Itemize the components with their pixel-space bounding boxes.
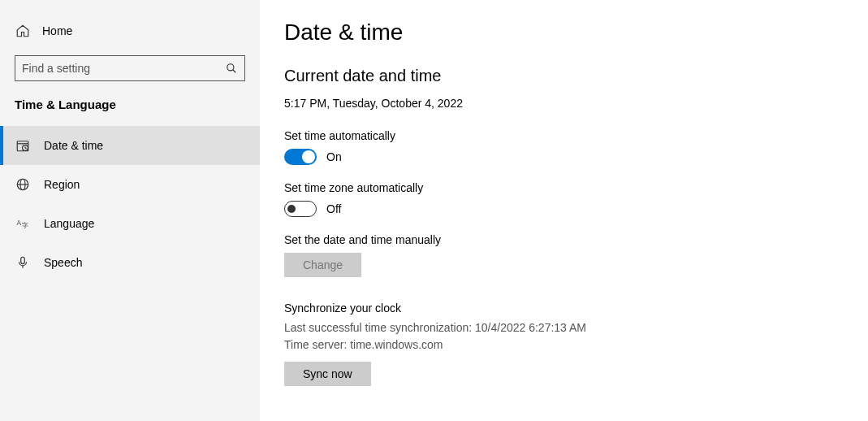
search-container (0, 55, 260, 93)
home-link[interactable]: Home (0, 16, 260, 46)
sync-title: Synchronize your clock (284, 302, 844, 315)
set-time-auto-block: Set time automatically On (284, 129, 844, 165)
current-dt-value: 5:17 PM, Tuesday, October 4, 2022 (284, 97, 844, 110)
category-title: Time & Language (0, 93, 260, 126)
globe-icon (15, 176, 31, 193)
home-label: Home (42, 24, 72, 37)
svg-point-0 (227, 64, 234, 71)
nav-item-speech[interactable]: Speech (0, 243, 260, 282)
current-dt-heading: Current date and time (284, 67, 844, 85)
set-time-auto-row: On (284, 149, 844, 165)
search-box[interactable] (15, 55, 245, 81)
manual-block: Set the date and time manually Change (284, 233, 844, 277)
manual-label: Set the date and time manually (284, 233, 844, 246)
set-tz-auto-toggle[interactable] (284, 201, 317, 217)
nav-item-label: Region (44, 178, 80, 191)
set-tz-auto-label: Set time zone automatically (284, 181, 844, 194)
svg-text:字: 字 (22, 222, 28, 229)
microphone-icon (15, 254, 31, 271)
nav-item-date-time[interactable]: Date & time (0, 126, 260, 165)
nav-item-label: Date & time (44, 139, 103, 152)
set-tz-auto-block: Set time zone automatically Off (284, 181, 844, 217)
sync-last: Last successful time synchronization: 10… (284, 319, 844, 336)
sync-block: Synchronize your clock Last successful t… (284, 302, 844, 386)
home-icon (15, 23, 31, 39)
nav-item-label: Language (44, 217, 94, 230)
clock-icon (15, 137, 31, 154)
nav-list: Date & time Region A 字 Language (0, 126, 260, 282)
svg-line-1 (233, 70, 236, 73)
set-time-auto-toggle[interactable] (284, 149, 317, 165)
nav-item-language[interactable]: A 字 Language (0, 204, 260, 243)
set-time-auto-state: On (326, 150, 342, 163)
sync-now-button[interactable]: Sync now (284, 362, 371, 386)
page-title: Date & time (284, 20, 844, 46)
search-icon (225, 62, 238, 75)
language-icon: A 字 (15, 215, 31, 232)
change-button[interactable]: Change (284, 253, 361, 277)
sync-info: Last successful time synchronization: 10… (284, 319, 844, 354)
main-content: Date & time Current date and time 5:17 P… (260, 0, 868, 421)
set-tz-auto-state: Off (326, 202, 341, 215)
search-input[interactable] (22, 62, 218, 75)
sync-server: Time server: time.windows.com (284, 336, 844, 354)
svg-text:A: A (17, 219, 22, 227)
svg-rect-12 (21, 257, 25, 263)
nav-item-region[interactable]: Region (0, 165, 260, 204)
set-time-auto-label: Set time automatically (284, 129, 844, 142)
nav-item-label: Speech (44, 256, 82, 269)
set-tz-auto-row: Off (284, 201, 844, 217)
sidebar: Home Time & Language Date & time (0, 0, 260, 421)
svg-line-6 (25, 148, 27, 149)
